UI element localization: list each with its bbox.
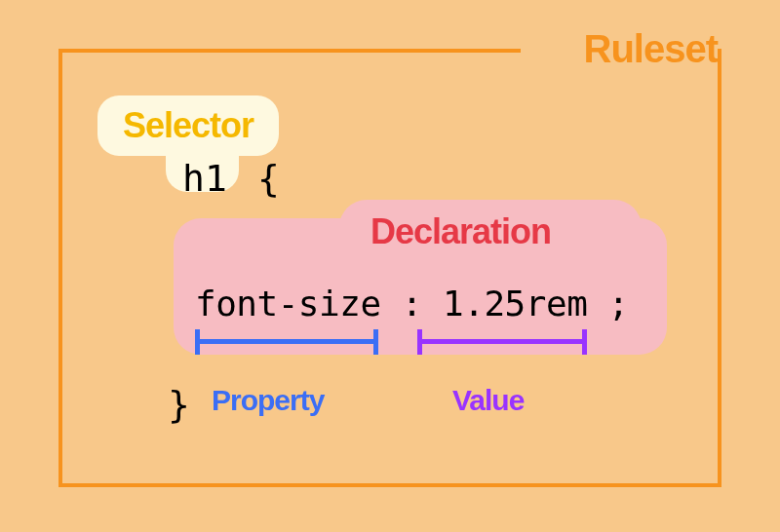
code-brace-close: } — [168, 383, 190, 426]
selector-label: Selector — [123, 105, 254, 145]
declaration-label: Declaration — [370, 211, 551, 252]
code-selector: h1 — [182, 157, 227, 200]
ruleset-label: Ruleset — [584, 27, 719, 71]
bracket-property — [195, 329, 378, 353]
bracket-cap — [582, 329, 587, 355]
code-brace-open: { — [257, 157, 280, 200]
bracket-value — [417, 329, 587, 353]
code-declaration: font-size : 1.25rem ; — [195, 284, 629, 323]
bracket-cap — [373, 329, 378, 355]
bracket-line — [417, 339, 587, 344]
bracket-line — [195, 339, 378, 344]
value-label: Value — [452, 384, 524, 417]
property-label: Property — [212, 384, 324, 417]
selector-badge: Selector — [98, 95, 279, 156]
